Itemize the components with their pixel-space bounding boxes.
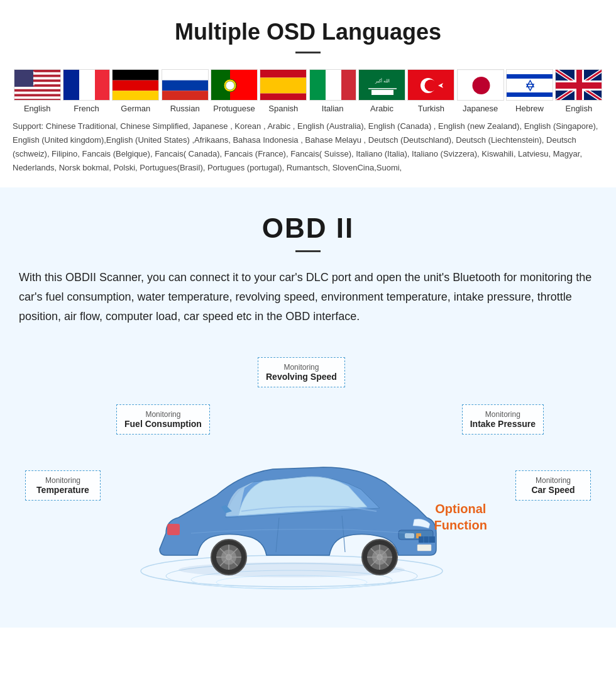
flag-item-italian: Italian [308, 69, 357, 113]
svg-text:★ ★ ★ ★ ★: ★ ★ ★ ★ ★ [18, 74, 33, 77]
svg-rect-26 [260, 70, 307, 78]
flag-item-uk-english: English [554, 69, 603, 113]
monitor-temperature: Monitoring Temperature [25, 470, 101, 501]
flag-fr [63, 69, 110, 101]
flag-label-uk-english: English [565, 104, 592, 113]
svg-rect-28 [260, 94, 307, 101]
svg-rect-64 [405, 533, 414, 538]
svg-rect-43 [507, 74, 553, 79]
svg-rect-66 [167, 524, 180, 535]
temp-label: Monitoring [33, 476, 92, 485]
flag-pt [211, 69, 258, 101]
svg-rect-85 [417, 545, 431, 551]
svg-rect-4 [14, 87, 61, 89]
flag-us: ★ ★ ★ ★ ★ ★ ★ ★ ★ ★ ★ ★ ★ ★ ★ ★ ★ ★ ★ ★ … [14, 69, 61, 101]
svg-rect-3 [14, 82, 61, 84]
flag-label-russian: Russian [170, 104, 200, 113]
carspeed-label: Monitoring [524, 476, 583, 485]
languages-section: Multiple OSD Languages ★ ★ ★ ★ ★ ★ ★ ★ ★… [0, 0, 616, 187]
svg-text:★ ★ ★ ★ ★: ★ ★ ★ ★ ★ [18, 80, 33, 83]
monitor-intake-pressure: Monitoring Intake Pressure [462, 404, 544, 435]
flag-ru [162, 69, 209, 101]
intake-label: Monitoring [470, 410, 536, 419]
obd-section: OBD II With this OBDII Scanner, you can … [0, 187, 616, 628]
languages-title: Multiple OSD Languages [13, 19, 603, 45]
car-image-wrapper [128, 414, 455, 590]
svg-rect-7 [14, 70, 33, 87]
svg-text:★ ★ ★ ★ ★ ★: ★ ★ ★ ★ ★ ★ [16, 70, 35, 74]
svg-rect-18 [113, 91, 159, 101]
svg-rect-17 [113, 80, 159, 91]
svg-rect-30 [326, 70, 341, 101]
flag-label-italian: Italian [322, 104, 344, 113]
flag-label-german: German [121, 104, 150, 113]
revolving-value: Revolving Speed [266, 372, 337, 382]
flag-item-japanese: Japanese [456, 69, 505, 113]
svg-text:★ ★ ★ ★ ★ ★: ★ ★ ★ ★ ★ ★ [16, 77, 35, 80]
flag-label-hebrew: Hebrew [515, 104, 544, 113]
svg-rect-32 [359, 70, 405, 101]
svg-rect-15 [95, 70, 110, 101]
flag-label-french: French [74, 104, 99, 113]
intake-value: Intake Pressure [470, 419, 536, 429]
svg-rect-14 [79, 70, 95, 101]
svg-rect-6 [14, 96, 61, 99]
flag-label-portuguese: Protuguese [213, 104, 255, 113]
obd-diagram: Monitoring Revolving Speed Monitoring Fu… [19, 338, 597, 628]
flag-item-french: French [62, 69, 111, 113]
svg-rect-20 [162, 80, 209, 91]
support-text: Support: Chinese Traditional, Chinese Si… [13, 119, 603, 175]
flag-label-spanish: Spanish [268, 104, 298, 113]
svg-point-41 [472, 77, 490, 94]
obd-divider [295, 250, 321, 252]
flag-tr [407, 69, 454, 101]
svg-rect-55 [556, 82, 602, 89]
obd-description: With this OBDII Scanner, you can connect… [19, 268, 597, 326]
revolving-label: Monitoring [266, 363, 337, 372]
optional-text-line2: Function [434, 517, 487, 533]
flag-item-portuguese: Protuguese [209, 69, 258, 113]
svg-rect-1 [14, 72, 61, 75]
flag-item-turkish: Turkish [407, 69, 456, 113]
svg-point-38 [425, 80, 437, 92]
carspeed-value: Car Speed [524, 485, 583, 495]
flag-item-english: ★ ★ ★ ★ ★ ★ ★ ★ ★ ★ ★ ★ ★ ★ ★ ★ ★ ★ ★ ★ … [13, 69, 62, 113]
svg-rect-29 [310, 70, 326, 101]
svg-rect-19 [162, 70, 209, 80]
flag-item-russian: Russian [160, 69, 209, 113]
flag-label-japanese: Japanese [463, 104, 498, 113]
flag-item-german: German [111, 69, 160, 113]
monitor-revolving-speed: Monitoring Revolving Speed [258, 357, 345, 387]
flag-es [260, 69, 307, 101]
flag-uk [555, 69, 602, 101]
flags-row: ★ ★ ★ ★ ★ ★ ★ ★ ★ ★ ★ ★ ★ ★ ★ ★ ★ ★ ★ ★ … [13, 69, 603, 113]
svg-rect-5 [14, 92, 61, 94]
flag-it [309, 69, 356, 101]
optional-function-badge: Optional Function [434, 501, 487, 533]
obd-title: OBD II [19, 213, 597, 244]
flag-de [112, 69, 159, 101]
svg-rect-16 [113, 70, 159, 80]
flag-item-spanish: Spanish [259, 69, 308, 113]
temp-value: Temperature [33, 485, 92, 495]
svg-point-25 [226, 81, 234, 90]
flag-sa: الله أكبر [358, 69, 405, 101]
svg-rect-35 [371, 90, 393, 95]
svg-rect-44 [507, 92, 553, 97]
svg-rect-31 [341, 70, 356, 101]
optional-text-line1: Optional [434, 501, 487, 517]
title-divider [295, 52, 321, 53]
svg-text:الله أكبر: الله أكبر [375, 77, 390, 84]
monitor-car-speed: Monitoring Car Speed [515, 470, 591, 501]
flag-item-hebrew: Hebrew [505, 69, 554, 113]
flag-item-arabic: الله أكبر Arabic [357, 69, 406, 113]
svg-rect-27 [260, 78, 307, 94]
svg-text:★ ★ ★ ★ ★ ★: ★ ★ ★ ★ ★ ★ [16, 83, 35, 86]
flag-label-turkish: Turkish [418, 104, 444, 113]
car-svg [128, 414, 455, 590]
flag-jp [457, 69, 504, 101]
svg-rect-2 [14, 77, 61, 80]
flag-label-english: English [24, 104, 51, 113]
svg-rect-21 [162, 91, 209, 101]
flag-label-arabic: Arabic [370, 104, 393, 113]
